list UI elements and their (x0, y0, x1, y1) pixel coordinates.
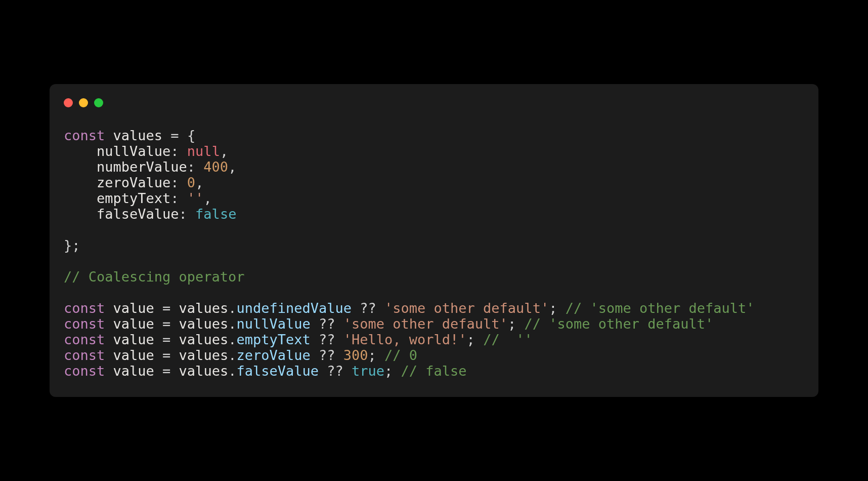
code-line: // Coalescing operator (64, 269, 245, 285)
operator-coalesce: ?? (311, 316, 343, 332)
code-line: const value = values.emptyText ?? 'Hello… (64, 332, 533, 347)
keyword-const: const (64, 316, 105, 332)
code-line: }; (64, 237, 80, 253)
window-controls (64, 98, 804, 107)
comment: // 'some other default' (557, 300, 754, 316)
brace-open: { (187, 128, 195, 143)
code-line: const value = values.undefinedValue ?? '… (64, 300, 755, 316)
member: zeroValue (236, 347, 310, 363)
code-line: const value = values.nullValue ?? 'some … (64, 316, 713, 332)
number-literal: 300 (343, 347, 368, 363)
bool-literal: false (195, 206, 236, 222)
code-line: zeroValue: 0, (64, 175, 203, 190)
identifier: value (113, 300, 154, 316)
property: zeroValue (97, 175, 170, 190)
operator-eq: = (162, 128, 187, 143)
code-line: const value = values.zeroValue ?? 300; /… (64, 347, 417, 363)
number-literal: 0 (187, 175, 195, 190)
comment: // false (393, 363, 466, 379)
brace-close: }; (64, 237, 80, 253)
identifier: values (113, 128, 163, 143)
code-line: numberValue: 400, (64, 159, 236, 175)
operator-coalesce: ?? (311, 347, 343, 363)
string-literal: '' (187, 190, 204, 206)
code-line: const value = values.falseValue ?? true;… (64, 363, 467, 379)
operator-coalesce: ?? (352, 300, 384, 316)
keyword-const: const (64, 363, 105, 379)
member: undefinedValue (236, 300, 352, 316)
member: falseValue (236, 363, 319, 379)
operator-coalesce: ?? (319, 363, 352, 379)
minimize-icon[interactable] (79, 98, 88, 107)
keyword-const: const (64, 347, 105, 363)
identifier: value (113, 316, 154, 332)
comment: // 0 (376, 347, 417, 363)
comment: // 'some other default' (516, 316, 713, 332)
code-block: const values = { nullValue: null, number… (64, 128, 804, 379)
identifier: value (113, 347, 154, 363)
code-line: falseValue: false (64, 206, 236, 222)
string-literal: 'some other default' (343, 316, 508, 332)
comment: // Coalescing operator (64, 269, 245, 285)
operator-coalesce: ?? (311, 332, 343, 347)
code-window: const values = { nullValue: null, number… (50, 84, 818, 397)
string-literal: 'Hello, world!' (343, 332, 467, 347)
code-line: emptyText: '', (64, 190, 212, 206)
keyword-const: const (64, 300, 105, 316)
zoom-icon[interactable] (94, 98, 103, 107)
property: falseValue (97, 206, 179, 222)
comment: // '' (475, 332, 533, 347)
bool-literal: true (352, 363, 384, 379)
code-line: const values = { (64, 128, 195, 143)
keyword-const: const (64, 128, 105, 143)
member: emptyText (236, 332, 310, 347)
member: nullValue (236, 316, 310, 332)
keyword-const: const (64, 332, 105, 347)
string-literal: 'some other default' (384, 300, 549, 316)
identifier: value (113, 363, 154, 379)
identifier: value (113, 332, 154, 347)
null-literal: null (187, 143, 220, 159)
property: nullValue (97, 143, 170, 159)
property: emptyText (97, 190, 170, 206)
number-literal: 400 (203, 159, 228, 175)
property: numberValue (97, 159, 187, 175)
code-line: nullValue: null, (64, 143, 228, 159)
close-icon[interactable] (64, 98, 73, 107)
